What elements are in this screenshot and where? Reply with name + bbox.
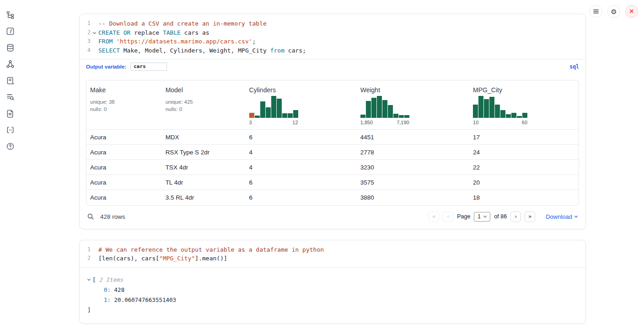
- fold-gutter: [91, 245, 98, 248]
- page-total-label: of 86: [494, 213, 507, 220]
- fold-toggle[interactable]: [91, 28, 98, 35]
- table-row: AcuraTSX 4dr4323022: [86, 160, 579, 175]
- tree-entry: 0: 428: [87, 285, 578, 295]
- column-stat: unique: 38: [90, 98, 158, 106]
- table-cell: Acura: [86, 160, 162, 175]
- sidebar-scratchpad-button[interactable]: f: [5, 26, 15, 36]
- tree-collapse-toggle[interactable]: [87, 275, 91, 285]
- table-cell: 3880: [357, 190, 469, 205]
- fold-gutter: [91, 19, 98, 22]
- histogram-bar: [511, 113, 516, 118]
- sidebar-dependency-graph-button[interactable]: [5, 59, 15, 69]
- sidebar-snippets-button[interactable]: [5, 108, 15, 118]
- histogram-bar: [371, 98, 376, 118]
- line-number: 2: [82, 28, 91, 37]
- first-page-button[interactable]: «: [429, 211, 439, 222]
- column-header[interactable]: Cylinders312: [246, 80, 357, 130]
- histogram-min-label: 10: [473, 120, 478, 125]
- histogram-min-label: 1,850: [360, 120, 373, 125]
- tree-entry-key: 0:: [104, 286, 111, 293]
- code-text: FROM 'https://datasets.marimo.app/cars.c…: [98, 37, 256, 46]
- histogram-bar: [506, 114, 511, 118]
- code-token: 'https://datasets.marimo.app/cars.csv': [116, 38, 252, 45]
- table-footer: 428 rows « ‹ Page 1 of 86 › » Download: [80, 206, 585, 229]
- sidebar-datasources-button[interactable]: [5, 42, 15, 53]
- prev-page-button[interactable]: ‹: [443, 211, 453, 222]
- column-header[interactable]: Weight1,8507,190: [357, 80, 469, 130]
- column-stat: unique: 425: [166, 98, 242, 106]
- column-name: MPG_City: [473, 86, 575, 94]
- code-line: 2[len(cars), cars["MPG_City"].mean()]: [82, 254, 579, 263]
- code-token: Make, Model, Cylinders, Weight, MPG_City: [120, 47, 270, 54]
- table-cell: 20: [469, 175, 579, 190]
- sidebar-toc-search-button[interactable]: [5, 92, 15, 102]
- table-cell: 2778: [357, 145, 469, 160]
- histogram-bar: [360, 115, 365, 118]
- left-sidebar: f: [0, 0, 20, 333]
- column-name: Make: [90, 86, 158, 94]
- last-page-button[interactable]: »: [525, 211, 535, 222]
- histogram-bar: [500, 110, 505, 118]
- output-variable-input[interactable]: [130, 63, 167, 71]
- column-stat: nulls: 0: [166, 106, 242, 113]
- gear-icon: ⚙: [611, 8, 617, 15]
- column-histogram: 1,8507,190: [360, 96, 409, 125]
- code-token: cars as: [181, 29, 209, 36]
- python-code-editor[interactable]: 1# We can reference the output variable …: [80, 240, 585, 268]
- code-token: cars;: [284, 47, 306, 54]
- histogram-bar: [404, 115, 409, 118]
- histogram-bar: [271, 96, 276, 118]
- help-icon: [6, 142, 15, 151]
- table-cell: Acura: [86, 190, 162, 205]
- histogram-bar: [260, 101, 265, 118]
- table-cell: TL 4dr: [162, 175, 246, 190]
- table-cell: 6: [246, 130, 357, 145]
- download-label: Download: [546, 213, 572, 220]
- column-header[interactable]: Makeunique: 38nulls: 0: [86, 80, 162, 130]
- tree-entry-value: 428: [111, 286, 124, 293]
- histogram-max-label: 7,190: [397, 120, 409, 125]
- histogram-bar: [522, 113, 527, 118]
- line-number: 3: [82, 37, 91, 46]
- settings-button[interactable]: ⚙: [607, 5, 620, 18]
- code-token: [len(cars), cars[: [98, 255, 159, 262]
- table-cell: 6: [246, 190, 357, 205]
- table-cell: 4: [246, 145, 357, 160]
- histogram-bar: [517, 116, 522, 118]
- notebook: 1-- Download a CSV and create an in-memo…: [79, 14, 586, 324]
- next-page-button[interactable]: ›: [510, 211, 521, 222]
- code-token: FROM: [98, 38, 113, 45]
- page-select-value: 1: [478, 213, 481, 220]
- chevron-down-icon: [483, 215, 487, 219]
- table-cell: 17: [469, 130, 579, 145]
- code-text: SELECT Make, Model, Cylinders, Weight, M…: [98, 46, 306, 55]
- histogram-bar: [489, 97, 494, 118]
- sidebar-documentation-button[interactable]: [5, 125, 15, 135]
- table-cell: 3230: [357, 160, 469, 175]
- table-cell: 18: [469, 190, 579, 205]
- histogram-max-label: 12: [292, 120, 298, 125]
- sidebar-file-tree-button[interactable]: [5, 10, 15, 20]
- download-button[interactable]: Download: [546, 213, 578, 220]
- code-line: 1-- Download a CSV and create an in-memo…: [82, 19, 579, 28]
- table-cell: 4451: [357, 130, 469, 145]
- page-select[interactable]: 1: [474, 212, 490, 222]
- table-cell: Acura: [86, 130, 162, 145]
- table-search-button[interactable]: [87, 213, 94, 220]
- table-cell: MDX: [162, 130, 246, 145]
- menu-button[interactable]: [590, 5, 602, 18]
- sidebar-logs-button[interactable]: [5, 75, 15, 85]
- close-button[interactable]: ×: [625, 5, 638, 18]
- line-number: 2: [82, 254, 91, 263]
- dependency-graph-icon: [6, 60, 15, 69]
- histogram-bar: [484, 99, 489, 118]
- histogram-bar: [266, 107, 271, 118]
- data-table-card: Makeunique: 38nulls: 0Modelunique: 425nu…: [86, 80, 579, 206]
- histogram-bar: [282, 113, 287, 118]
- sidebar-help-button[interactable]: [5, 141, 15, 151]
- document-icon: [6, 109, 15, 118]
- sql-code-editor[interactable]: 1-- Download a CSV and create an in-memo…: [80, 14, 585, 59]
- histogram-bar: [495, 105, 500, 118]
- column-header[interactable]: MPG_City1060: [469, 80, 579, 130]
- column-header[interactable]: Modelunique: 425nulls: 0: [162, 80, 246, 130]
